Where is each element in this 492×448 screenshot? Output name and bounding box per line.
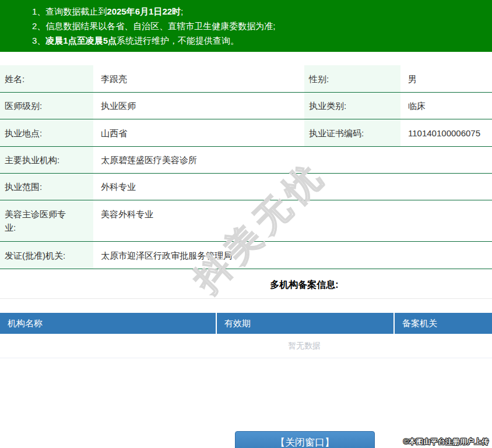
- practice-category-cell: 执业类别: 临床: [304, 93, 492, 119]
- practice-scope-cell: 执业范围: 外科专业: [0, 174, 492, 200]
- certificate-number-label: 执业证书编码:: [304, 119, 400, 146]
- practice-scope-label: 执业范围:: [0, 174, 93, 200]
- doctor-level-value: 执业医师: [93, 99, 136, 112]
- practice-location-cell: 执业地点: 山西省: [0, 119, 304, 146]
- filing-table: 机构名称 有效期 备案机关 暂无数据: [0, 313, 492, 358]
- main-institution-cell: 主要执业机构: 太原碧莲盛医疗美容诊所: [0, 147, 492, 173]
- notice-banner: 1、查询数据截止到2025年6月1日22时; 2、信息数据结果以各省、自治区、直…: [0, 0, 492, 52]
- query-result-page: 1、查询数据截止到2025年6月1日22时; 2、信息数据结果以各省、自治区、直…: [0, 0, 492, 448]
- column-header-validity-period: 有效期: [216, 313, 393, 334]
- column-header-filing-authority: 备案机关: [393, 313, 492, 334]
- multi-institution-section-title: 多机构备案信息:: [0, 269, 492, 299]
- practice-location-label: 执业地点:: [0, 119, 93, 146]
- cosmetic-specialty-value: 美容外科专业: [93, 200, 153, 221]
- certificate-number-cell: 执业证书编码: 110140100006075: [304, 119, 492, 146]
- gender-label: 性别:: [304, 65, 400, 92]
- table-row: 执业地点: 山西省 执业证书编码: 110140100006075: [0, 119, 492, 147]
- copyright-stamp: ©本图由平台注册用户上传: [403, 437, 489, 447]
- doctor-level-cell: 医师级别: 执业医师: [0, 93, 304, 119]
- practice-category-value: 临床: [400, 99, 426, 112]
- column-header-institution-name: 机构名称: [0, 313, 216, 334]
- issuing-authority-value: 太原市迎泽区行政审批服务管理局: [93, 249, 232, 262]
- main-institution-label: 主要执业机构:: [0, 147, 93, 173]
- table-row: 执业范围: 外科专业: [0, 174, 492, 200]
- name-value: 李跟亮: [93, 72, 127, 86]
- empty-data-placeholder: 暂无数据: [0, 334, 492, 358]
- table-row: 医师级别: 执业医师 执业类别: 临床: [0, 93, 492, 119]
- table-row: 发证(批准)机关: 太原市迎泽区行政审批服务管理局: [0, 242, 492, 269]
- issuing-authority-label: 发证(批准)机关:: [0, 242, 93, 269]
- main-institution-value: 太原碧莲盛医疗美容诊所: [93, 153, 197, 167]
- notice-line-1: 1、查询数据截止到2025年6月1日22时;: [32, 4, 492, 19]
- issuing-authority-cell: 发证(批准)机关: 太原市迎泽区行政审批服务管理局: [0, 242, 492, 269]
- practice-location-value: 山西省: [93, 126, 127, 140]
- table-row: 美容主诊医师专业: 美容外科专业: [0, 200, 492, 242]
- gender-cell: 性别: 男: [304, 65, 492, 92]
- name-label: 姓名:: [0, 65, 93, 92]
- table-row: 主要执业机构: 太原碧莲盛医疗美容诊所: [0, 147, 492, 174]
- page-content: 1、查询数据截止到2025年6月1日22时; 2、信息数据结果以各省、自治区、直…: [0, 0, 492, 358]
- gender-value: 男: [400, 72, 417, 86]
- cosmetic-specialty-cell: 美容主诊医师专业: 美容外科专业: [0, 200, 492, 241]
- doctor-info-table: 姓名: 李跟亮 性别: 男 医师级别: 执业医师 执业类别: 临床: [0, 65, 492, 269]
- cosmetic-specialty-label: 美容主诊医师专业:: [0, 200, 93, 241]
- table-row: 姓名: 李跟亮 性别: 男: [0, 65, 492, 93]
- practice-scope-value: 外科专业: [93, 180, 136, 193]
- practice-category-label: 执业类别:: [304, 93, 400, 119]
- filing-table-header: 机构名称 有效期 备案机关: [0, 313, 492, 334]
- notice-line-2: 2、信息数据结果以各省、自治区、直辖市卫生健康委数据为准;: [32, 19, 492, 33]
- name-cell: 姓名: 李跟亮: [0, 65, 304, 92]
- doctor-level-label: 医师级别:: [0, 93, 93, 119]
- close-window-button[interactable]: 【关闭窗口】: [235, 431, 375, 448]
- notice-line-3: 3、凌晨1点至凌晨5点系统进行维护，不能提供查询。: [32, 33, 492, 48]
- certificate-number-value: 110140100006075: [400, 126, 480, 140]
